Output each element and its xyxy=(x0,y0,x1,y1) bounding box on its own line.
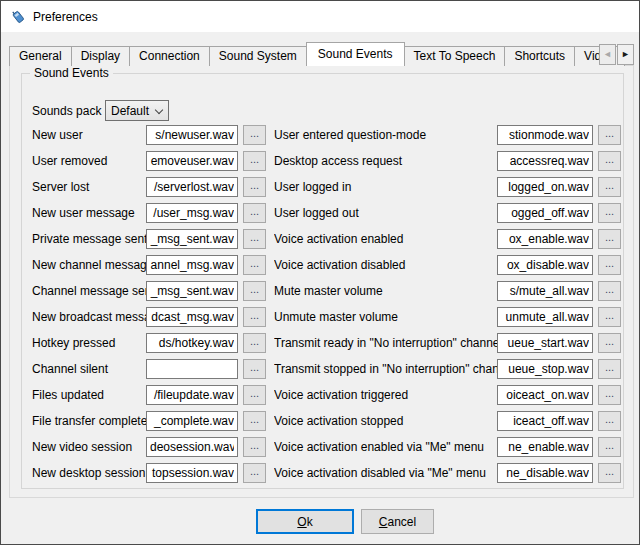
sound-event-row: New channel message ... xyxy=(32,252,266,278)
sound-file-input[interactable] xyxy=(497,151,593,171)
sound-event-label: Server lost xyxy=(32,180,146,194)
sound-event-label: Files updated xyxy=(32,388,146,402)
browse-button[interactable]: ... xyxy=(243,177,266,197)
browse-button[interactable]: ... xyxy=(598,359,621,379)
sound-event-label: Voice activation disabled xyxy=(274,258,497,272)
tab-scroller: ◄ ► xyxy=(598,44,634,65)
ok-button[interactable]: Ok xyxy=(256,509,354,534)
browse-button[interactable]: ... xyxy=(243,411,266,431)
sound-file-input[interactable] xyxy=(497,307,593,327)
browse-button[interactable]: ... xyxy=(598,281,621,301)
sound-event-label: Private message sent xyxy=(32,232,146,246)
browse-button[interactable]: ... xyxy=(243,125,266,145)
browse-button[interactable]: ... xyxy=(243,463,266,483)
sound-file-input[interactable] xyxy=(497,437,593,457)
tab-text-to-speech[interactable]: Text To Speech xyxy=(404,46,506,66)
sound-file-input[interactable] xyxy=(497,125,593,145)
tab-display[interactable]: Display xyxy=(71,46,130,66)
browse-button[interactable]: ... xyxy=(598,385,621,405)
title-bar[interactable]: Preferences xyxy=(1,1,639,32)
sound-file-input[interactable] xyxy=(146,385,238,405)
sound-event-row: Channel silent ... xyxy=(32,356,266,382)
tab-connection[interactable]: Connection xyxy=(129,46,210,66)
sound-event-label: File transfer complete xyxy=(32,414,146,428)
tab-sound-events[interactable]: Sound Events xyxy=(306,42,405,66)
sound-event-row: Voice activation disabled via "Me" menu … xyxy=(274,460,621,486)
sound-file-input[interactable] xyxy=(497,177,593,197)
sound-event-row: Transmit ready in "No interruption" chan… xyxy=(274,330,621,356)
browse-button[interactable]: ... xyxy=(243,437,266,457)
browse-button[interactable]: ... xyxy=(243,333,266,353)
sound-events-left-column: New user ... User removed ... Server los… xyxy=(32,122,266,486)
sound-event-label: New video session xyxy=(32,440,146,454)
tab-scroll-left-icon[interactable]: ◄ xyxy=(599,44,616,65)
sound-event-label: Voice activation enabled via "Me" menu xyxy=(274,440,497,454)
sound-file-input[interactable] xyxy=(146,255,238,275)
browse-button[interactable]: ... xyxy=(243,151,266,171)
browse-button[interactable]: ... xyxy=(598,333,621,353)
sound-event-row: User entered question-mode ... xyxy=(274,122,621,148)
sound-event-row: New user message ... xyxy=(32,200,266,226)
sound-file-input[interactable] xyxy=(146,203,238,223)
sound-file-input[interactable] xyxy=(146,177,238,197)
sound-file-input[interactable] xyxy=(146,437,238,457)
browse-button[interactable]: ... xyxy=(598,307,621,327)
sound-event-label: User logged out xyxy=(274,206,497,220)
chevron-down-icon xyxy=(155,106,163,114)
sound-file-input[interactable] xyxy=(146,281,238,301)
browse-button[interactable]: ... xyxy=(598,177,621,197)
sound-event-label: New user xyxy=(32,128,146,142)
browse-button[interactable]: ... xyxy=(243,229,266,249)
sound-file-input[interactable] xyxy=(497,411,593,431)
sound-file-input[interactable] xyxy=(146,307,238,327)
sound-event-row: Server lost ... xyxy=(32,174,266,200)
sound-event-row: User logged in ... xyxy=(274,174,621,200)
sound-event-row: Voice activation stopped ... xyxy=(274,408,621,434)
sounds-pack-select[interactable]: Default xyxy=(105,100,169,121)
browse-button[interactable]: ... xyxy=(598,125,621,145)
sound-file-input[interactable] xyxy=(497,203,593,223)
browse-button[interactable]: ... xyxy=(243,385,266,405)
sound-file-input[interactable] xyxy=(497,333,593,353)
sound-event-label: Voice activation stopped xyxy=(274,414,497,428)
sound-file-input[interactable] xyxy=(497,255,593,275)
tab-shortcuts[interactable]: Shortcuts xyxy=(504,46,575,66)
browse-button[interactable]: ... xyxy=(243,281,266,301)
sound-event-label: Transmit ready in "No interruption" chan… xyxy=(274,336,497,350)
tab-scroll-right-icon[interactable]: ► xyxy=(617,44,634,65)
browse-button[interactable]: ... xyxy=(598,411,621,431)
browse-button[interactable]: ... xyxy=(243,359,266,379)
sound-event-label: Voice activation enabled xyxy=(274,232,497,246)
sound-file-input[interactable] xyxy=(146,411,238,431)
preferences-dialog: Preferences Sound Events Sounds pack Def… xyxy=(0,0,640,545)
sound-file-input[interactable] xyxy=(146,125,238,145)
sound-file-input[interactable] xyxy=(497,359,593,379)
sound-file-input[interactable] xyxy=(497,281,593,301)
sound-file-input[interactable] xyxy=(146,359,238,379)
browse-button[interactable]: ... xyxy=(598,255,621,275)
browse-button[interactable]: ... xyxy=(598,203,621,223)
browse-button[interactable]: ... xyxy=(243,307,266,327)
sound-file-input[interactable] xyxy=(497,463,593,483)
browse-button[interactable]: ... xyxy=(598,437,621,457)
sound-event-row: Unmute master volume ... xyxy=(274,304,621,330)
sound-file-input[interactable] xyxy=(146,463,238,483)
browse-button[interactable]: ... xyxy=(243,255,266,275)
cancel-button[interactable]: Cancel xyxy=(361,509,434,534)
sound-event-row: Voice activation triggered ... xyxy=(274,382,621,408)
dialog-footer: Ok Cancel xyxy=(1,509,640,535)
sound-file-input[interactable] xyxy=(146,151,238,171)
browse-button[interactable]: ... xyxy=(598,463,621,483)
browse-button[interactable]: ... xyxy=(243,203,266,223)
sound-file-input[interactable] xyxy=(146,229,238,249)
sound-file-input[interactable] xyxy=(497,385,593,405)
sound-file-input[interactable] xyxy=(146,333,238,353)
sound-event-row: New user ... xyxy=(32,122,266,148)
browse-button[interactable]: ... xyxy=(598,151,621,171)
sound-event-label: Desktop access request xyxy=(274,154,497,168)
sound-event-label: Voice activation triggered xyxy=(274,388,497,402)
tab-sound-system[interactable]: Sound System xyxy=(209,46,307,66)
tab-general[interactable]: General xyxy=(9,46,72,66)
sound-file-input[interactable] xyxy=(497,229,593,249)
browse-button[interactable]: ... xyxy=(598,229,621,249)
